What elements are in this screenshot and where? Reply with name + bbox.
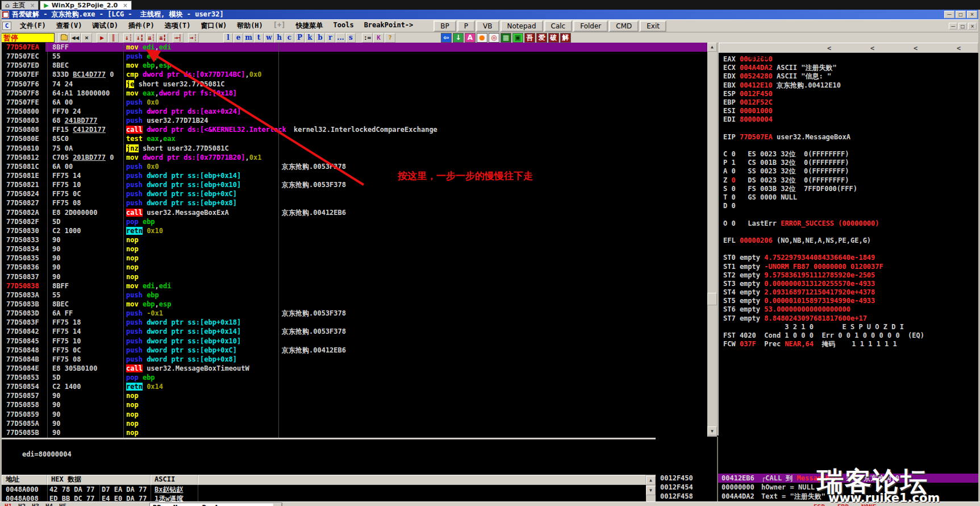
close-icon[interactable]: × bbox=[81, 33, 92, 43]
collapse-arrow-icon[interactable]: < bbox=[870, 44, 874, 53]
register-row[interactable]: ST4 empty 2.0931689712150417920e+4378 bbox=[719, 288, 978, 297]
register-row[interactable]: ST6 empty 53.000000000000000000 bbox=[719, 305, 978, 314]
disasm-row[interactable]: 77D508535Dpop ebp bbox=[2, 373, 707, 382]
register-row[interactable]: ESP 0012F450 bbox=[719, 90, 978, 98]
dump-row[interactable]: 0048A00042 78 DA 77D7 EA DA 77Bx赵钻赵 bbox=[2, 485, 646, 494]
open-file-icon[interactable] bbox=[59, 33, 69, 43]
close-icon[interactable]: × bbox=[968, 23, 977, 30]
register-row[interactable]: 3 2 1 0 E S P U O Z D I bbox=[719, 323, 978, 331]
brand-jie-icon[interactable]: 解 bbox=[560, 33, 571, 43]
menu-button[interactable]: Notepad bbox=[501, 20, 543, 32]
scroll-thumb[interactable] bbox=[707, 293, 717, 305]
disasm-row[interactable]: 77D5083B8BECmov ebp,esp bbox=[2, 300, 707, 309]
register-row[interactable]: T 0 GS 0000 NULL bbox=[719, 193, 978, 202]
register-row[interactable]: Z 0 DS 0023 32位 0(FFFFFFFF) bbox=[719, 176, 978, 185]
disasm-row[interactable]: 77D5081075 0Ajnz short user32.77D5081C bbox=[2, 144, 707, 153]
register-row[interactable]: EIP 77D507EA user32.MessageBoxA bbox=[719, 133, 978, 142]
disassembly-scrollbar[interactable]: ▲ ▼ bbox=[707, 43, 717, 437]
toolbar-letter-button[interactable]: b bbox=[315, 33, 325, 43]
register-row[interactable]: EDX 00524280 ASCII "信息: " bbox=[719, 72, 978, 81]
register-row[interactable]: S 0 FS 003B 32位 7FFDF000(FFF) bbox=[719, 185, 978, 193]
column-divider[interactable] bbox=[47, 43, 48, 438]
register-row[interactable]: ST7 empty 8.8480243097681817600e+17 bbox=[719, 314, 978, 323]
collapse-arrow-icon[interactable]: < bbox=[957, 44, 961, 53]
menu-item[interactable]: Tools bbox=[328, 20, 359, 32]
disasm-row[interactable]: 77D5083790nop bbox=[2, 272, 707, 281]
run-to-return-icon[interactable]: →┤ bbox=[173, 33, 184, 43]
register-row[interactable]: O 0 LastErr ERROR_SUCCESS (00000000) bbox=[719, 219, 978, 228]
disasm-row[interactable]: 77D50842FF75 14push dword ptr ss:[ebp+0x… bbox=[2, 327, 707, 336]
disasm-row[interactable]: 77D50845FF75 10push dword ptr ss:[ebp+0x… bbox=[2, 337, 707, 346]
maximize-icon[interactable]: □ bbox=[956, 11, 966, 18]
disasm-row[interactable]: 77D50854C2 1400retn 0x14 bbox=[2, 382, 707, 391]
disasm-row[interactable]: 77D5083D6A FFpush -0x1京东抢购.0053F378 bbox=[2, 309, 707, 318]
close-icon[interactable]: × bbox=[967, 11, 977, 18]
register-row[interactable]: ESI 00001000 bbox=[719, 107, 978, 115]
back-icon[interactable]: ⇦ bbox=[441, 33, 452, 43]
dump-header-address[interactable]: 地址 bbox=[2, 475, 47, 485]
register-row[interactable] bbox=[719, 210, 978, 219]
memory-tab[interactable]: H5 bbox=[59, 503, 66, 506]
disasm-row[interactable]: 77D507F864:A1 18000000mov eax,dword ptr … bbox=[2, 89, 707, 98]
column-divider[interactable] bbox=[278, 43, 279, 438]
register-row[interactable] bbox=[719, 228, 978, 237]
register-row[interactable] bbox=[719, 125, 978, 133]
scroll-down-icon[interactable]: ▼ bbox=[646, 486, 656, 495]
disasm-row[interactable]: 77D507EC55push ebp bbox=[2, 52, 707, 61]
memory-tab[interactable]: H1 bbox=[5, 503, 12, 506]
disasm-row[interactable]: 77D507EF833D BC14D777 0cmp dword ptr ds:… bbox=[2, 70, 707, 79]
ball-icon[interactable]: ● bbox=[477, 33, 487, 43]
dump-header-ascii[interactable]: ASCII bbox=[151, 475, 198, 485]
registers-header[interactable]: 寄存器 (FPU) <<<< bbox=[719, 43, 978, 53]
disasm-row[interactable]: 77D50848FF75 0Cpush dword ptr ss:[ebp+0x… bbox=[2, 346, 707, 355]
toolbar-letter-button[interactable]: ... bbox=[336, 33, 345, 43]
brand-po-icon[interactable]: 破 bbox=[548, 33, 559, 43]
disasm-row[interactable]: 77D50824FF75 0Cpush dword ptr ss:[ebp+0x… bbox=[2, 189, 707, 198]
grid-icon[interactable]: ▦ bbox=[501, 33, 511, 43]
toolbar-letter-button[interactable]: h bbox=[274, 33, 284, 43]
register-row[interactable]: EDI 80000004 bbox=[719, 115, 978, 124]
register-row[interactable]: EBX 00412E10 京东抢购.00412E10 bbox=[719, 81, 978, 90]
disasm-row[interactable]: 77D507EA8BFFmov edi,edi bbox=[2, 43, 707, 52]
disasm-row[interactable]: 77D5081EFF75 14push dword ptr ss:[ebp+0x… bbox=[2, 171, 707, 180]
disasm-row[interactable]: 77D5084BFF75 08push dword ptr ss:[ebp+0x… bbox=[2, 355, 707, 364]
disasm-row[interactable]: 77D5083690nop bbox=[2, 263, 707, 272]
disasm-row[interactable]: 77D5085990nop bbox=[2, 410, 707, 419]
disasm-row[interactable]: 77D50812C705 201BD777 0mov dword ptr ds:… bbox=[2, 153, 707, 162]
toolbar-letter-button[interactable]: t bbox=[254, 33, 264, 43]
toolbar-letter-button[interactable]: l bbox=[223, 33, 233, 43]
menu-button[interactable]: VB bbox=[476, 20, 499, 32]
menu-item[interactable]: 选项(T) bbox=[160, 20, 196, 32]
brand-wu-icon[interactable]: 吾 bbox=[524, 33, 535, 43]
help-icon[interactable]: ? bbox=[385, 33, 395, 43]
target-icon[interactable]: ◎ bbox=[489, 33, 499, 43]
letter-a-icon[interactable]: A bbox=[465, 33, 476, 43]
menu-button[interactable]: BP bbox=[433, 20, 456, 32]
scroll-up-icon[interactable]: ▲ bbox=[646, 476, 656, 485]
disasm-row[interactable]: 77D5080368 241BD777push user32.77D71B24 bbox=[2, 116, 707, 125]
disasm-row[interactable]: 77D5083A55push ebp bbox=[2, 291, 707, 300]
menu-button[interactable]: P bbox=[457, 20, 475, 32]
disasm-row[interactable]: 77D50830C2 1000retn 0x10 bbox=[2, 226, 707, 235]
register-row[interactable]: FST 4020 Cond 1 0 0 0 Err 0 0 1 0 0 0 0 … bbox=[719, 331, 978, 340]
maximize-icon[interactable]: □ bbox=[958, 23, 967, 30]
toolbar-letter-button[interactable]: r bbox=[326, 33, 335, 43]
register-row[interactable]: ST1 empty -UNORM FB87 00000000 0120037F bbox=[719, 263, 978, 271]
disasm-row[interactable]: 77D5083490nop bbox=[2, 244, 707, 254]
disasm-row[interactable]: 77D507F674 24je short user32.77D5081C bbox=[2, 80, 707, 89]
follow-label[interactable]: ESP bbox=[814, 503, 825, 506]
menu-item[interactable]: 帮助(H) bbox=[232, 20, 268, 32]
toolbar-letter-button[interactable]: w bbox=[264, 33, 274, 43]
register-row[interactable]: EFL 00000206 (NO,NB,NE,A,NS,PE,GE,G) bbox=[719, 237, 978, 245]
dropdown-icon[interactable]: ▼ bbox=[273, 503, 282, 506]
close-icon[interactable]: × bbox=[120, 2, 127, 9]
step-over-icon[interactable]: ↓╏ bbox=[135, 33, 145, 43]
toolbar-letter-button[interactable]: k bbox=[305, 33, 315, 43]
menu-item[interactable]: BreakPoint-> bbox=[359, 20, 419, 32]
disasm-row[interactable]: 77D50827FF75 08push dword ptr ss:[ebp+0x… bbox=[2, 198, 707, 208]
memory-tab[interactable]: H2 bbox=[18, 503, 26, 506]
disasm-row[interactable]: 77D5085890nop bbox=[2, 400, 707, 409]
minimize-icon[interactable]: — bbox=[949, 23, 957, 30]
disasm-row[interactable]: 77D507ED8BECmov ebp,esp bbox=[2, 61, 707, 70]
column-divider[interactable] bbox=[123, 43, 124, 438]
